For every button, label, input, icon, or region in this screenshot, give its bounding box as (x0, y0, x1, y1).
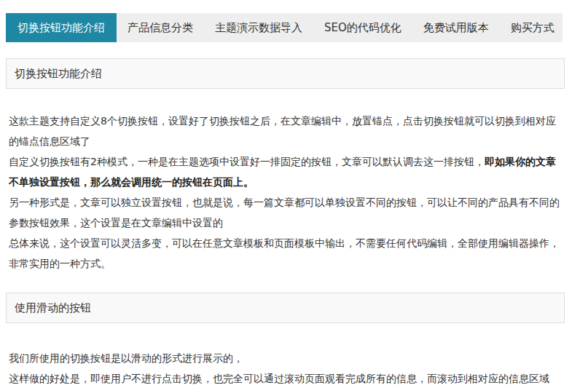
section-body-sliding-button: 我们所使用的切换按钮是以滑动的形式进行展示的， 这样做的好处是，即使用户不进行点… (6, 348, 562, 385)
paragraph: 另一种形式是，文章可以独立设置按钮，也就是说，每一篇文章都可以单独设置不同的按钮… (9, 192, 562, 233)
paragraph: 总体来说，这个设置可以灵活多变，可以在任意文章模板和页面模板中输出，不需要任何代… (9, 233, 562, 274)
tab-bar: 切换按钮功能介绍 产品信息分类 主题演示数据导入 SEO的代码优化 免费试用版本… (6, 13, 562, 42)
tab-product-info-category[interactable]: 产品信息分类 (117, 13, 204, 42)
paragraph: 自定义切换按钮有2种模式，一种是在主题选项中设置好一排固定的按钮，文章可以默认调… (9, 151, 562, 192)
tab-toggle-button-intro[interactable]: 切换按钮功能介绍 (6, 13, 117, 42)
tab-purchase-method[interactable]: 购买方式 (500, 13, 565, 42)
tab-theme-demo-data-import[interactable]: 主题演示数据导入 (204, 13, 313, 42)
page-container: 切换按钮功能介绍 产品信息分类 主题演示数据导入 SEO的代码优化 免费试用版本… (0, 0, 588, 385)
tab-seo-code-optimization[interactable]: SEO的代码优化 (313, 13, 412, 42)
paragraph: 我们所使用的切换按钮是以滑动的形式进行展示的， (9, 348, 562, 368)
section-heading-sliding-button: 使用滑动的按钮 (6, 293, 565, 323)
section-heading-toggle-button-intro: 切换按钮功能介绍 (6, 58, 565, 89)
section-body-toggle-button-intro: 这款主题支持自定义8个切换按钮，设置好了切换按钮之后，在文章编辑中，放置锚点，点… (6, 111, 562, 274)
tab-free-trial-version[interactable]: 免费试用版本 (412, 13, 500, 42)
paragraph: 这款主题支持自定义8个切换按钮，设置好了切换按钮之后，在文章编辑中，放置锚点，点… (9, 111, 562, 151)
paragraph: 这样做的好处是，即使用户不进行点击切换，也完全可以通过滚动页面观看完成所有的信息… (9, 368, 562, 385)
paragraph-text: 自定义切换按钮有2种模式，一种是在主题选项中设置好一排固定的按钮，文章可以默认调… (9, 156, 485, 167)
